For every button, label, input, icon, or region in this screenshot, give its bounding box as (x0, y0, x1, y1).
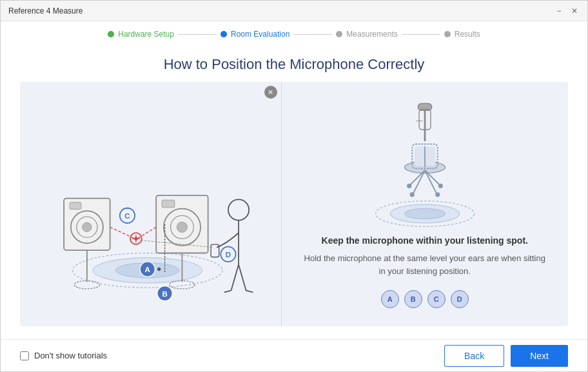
badge-a: A (381, 290, 399, 308)
close-button[interactable]: ✕ (569, 6, 580, 16)
footer: Don't show tutorials Back Next (1, 339, 587, 371)
page-title: How to Position the Microphone Correctly (20, 56, 568, 73)
svg-line-53 (425, 170, 436, 193)
svg-line-23 (110, 227, 135, 239)
svg-point-58 (407, 184, 411, 188)
left-illustration-svg: B A (26, 88, 275, 320)
badge-b: B (404, 290, 422, 308)
minimize-button[interactable]: − (554, 6, 564, 16)
badge-c: C (427, 290, 446, 308)
step-dot-room (220, 31, 227, 37)
step-dot-results (444, 31, 451, 37)
next-button[interactable]: Next (511, 345, 568, 367)
step-results: Results (444, 30, 480, 39)
step-line-2 (293, 34, 332, 35)
right-panel-bold-text: Keep the microphone within your listenin… (322, 235, 528, 246)
svg-rect-9 (70, 202, 81, 210)
step-dot-hardware (108, 31, 114, 37)
svg-line-36 (224, 291, 231, 293)
progress-steps: Hardware Setup Room Evaluation Measureme… (1, 21, 587, 47)
svg-text:A: A (145, 265, 151, 273)
svg-line-52 (413, 170, 425, 193)
step-label-measurements: Measurements (346, 30, 397, 39)
svg-point-57 (435, 192, 440, 197)
svg-text:B: B (162, 289, 167, 298)
badge-d: D (451, 290, 469, 308)
svg-point-43 (404, 208, 445, 219)
svg-point-22 (157, 268, 161, 271)
svg-point-56 (409, 192, 414, 197)
svg-line-37 (246, 291, 253, 293)
dont-show-tutorials-text: Don't show tutorials (34, 351, 107, 360)
step-measurements: Measurements (336, 30, 397, 39)
main-content: How to Position the Microphone Correctly… (1, 47, 587, 339)
step-hardware-setup: Hardware Setup (108, 30, 174, 39)
svg-point-28 (134, 237, 137, 240)
step-label-hardware: Hardware Setup (118, 30, 174, 39)
illustration-container: ✕ (20, 82, 568, 326)
svg-line-34 (231, 264, 239, 290)
step-label-results: Results (455, 30, 480, 39)
right-illustration-svg (367, 100, 483, 229)
step-dot-measurements (336, 31, 342, 37)
back-button[interactable]: Back (444, 345, 504, 367)
svg-line-24 (137, 227, 157, 239)
step-line-3 (402, 34, 440, 35)
svg-line-35 (239, 264, 246, 290)
svg-point-31 (228, 199, 249, 220)
svg-point-59 (438, 184, 442, 188)
left-illustration-panel: ✕ (20, 82, 282, 326)
svg-rect-14 (162, 200, 175, 208)
svg-point-13 (177, 222, 187, 232)
svg-point-16 (170, 280, 195, 289)
window-title: Reference 4 Measure (8, 6, 83, 15)
app-window: Reference 4 Measure − ✕ Hardware Setup R… (0, 0, 588, 372)
step-label-room: Room Evaluation (231, 30, 289, 39)
right-info-panel: Keep the microphone within your listenin… (282, 82, 569, 326)
step-room-evaluation: Room Evaluation (220, 30, 289, 39)
badge-row: A B C D (381, 290, 469, 308)
dont-show-tutorials-label[interactable]: Don't show tutorials (20, 351, 107, 360)
svg-text:D: D (226, 250, 231, 259)
svg-text:C: C (124, 211, 130, 220)
close-illustration-button[interactable]: ✕ (264, 86, 277, 99)
step-line-1 (178, 34, 217, 35)
right-panel-description: Hold the microphone at the same level yo… (301, 252, 549, 277)
dont-show-tutorials-checkbox[interactable] (20, 351, 29, 360)
svg-point-8 (83, 222, 92, 231)
footer-buttons: Back Next (444, 345, 568, 367)
window-controls: − ✕ (554, 6, 580, 16)
titlebar: Reference 4 Measure − ✕ (1, 1, 587, 21)
svg-point-4 (74, 280, 99, 289)
